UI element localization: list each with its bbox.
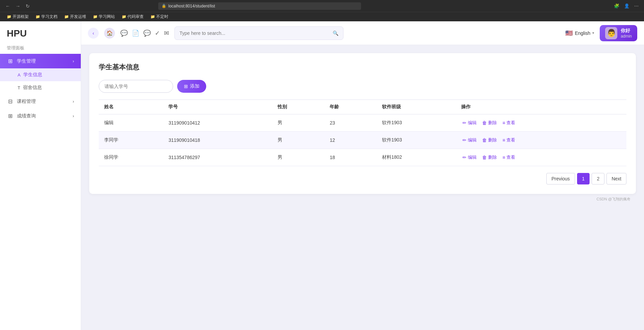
detail-button[interactable]: ≡ 查看 [501,136,517,144]
cell-gender: 男 [272,149,324,166]
sidebar-logo: HPU [0,21,81,42]
folder-icon: 📁 [35,15,40,19]
sidebar: HPU 管理面板 ⊞ 学生管理 › A 学生信息 T 宿舍信息 ⊟ 课程管理 ›… [0,21,81,330]
edit-label: 编辑 [468,137,477,143]
cell-id: 311909010412 [163,114,272,132]
language-label: English [575,30,590,36]
list-icon: ≡ [502,155,505,160]
bookmark-label: 学习网站 [99,14,115,20]
search-input[interactable] [180,30,330,36]
edit-icon: ✏ [462,137,467,143]
delete-button[interactable]: 🗑 删除 [481,119,498,127]
edit-button[interactable]: ✏ 编辑 [461,154,478,161]
cell-id: 311909010418 [163,132,272,149]
bookmark-label: 学习文档 [41,14,57,20]
bookmarks-bar: 📁 开源框架 📁 学习文档 📁 开发运维 📁 学习网站 📁 代码审查 📁 不定时 [0,12,644,21]
edit-icon: ✏ [462,155,467,160]
cell-id: 311354786297 [163,149,272,166]
cell-gender: 男 [272,114,324,132]
folder-icon: 📁 [93,15,98,19]
sidebar-item-label: 学生管理 [17,58,69,64]
bookmark-item[interactable]: 📁 不定时 [148,13,171,20]
page-1-button[interactable]: 1 [577,173,590,184]
sidebar-item-grade-query[interactable]: ⊞ 成绩查询 › [0,109,81,123]
edit-button[interactable]: ✏ 编辑 [461,119,478,127]
page-2-button[interactable]: 2 [592,173,604,184]
profile-button[interactable]: 👤 [623,3,631,9]
chat-icon[interactable]: 💬 [120,29,128,37]
address-bar[interactable]: 🔒 localhost:8014/student/list [158,2,361,10]
bookmark-item[interactable]: 📁 学习网站 [90,13,118,20]
student-management-icon: ⊞ [7,58,14,64]
sidebar-item-label: 课程管理 [17,98,69,105]
bookmark-label: 不定时 [156,14,168,20]
refresh-button[interactable]: ↻ [24,2,31,10]
topbar-search-box[interactable]: 🔍 [174,26,343,40]
edit-button[interactable]: ✏ 编辑 [461,136,478,144]
menu-button[interactable]: ⋯ [633,3,640,9]
browser-chrome: ← → ↻ 🔒 localhost:8014/student/list 🧩 👤 … [0,0,644,12]
extensions-button[interactable]: 🧩 [613,3,621,9]
add-student-button[interactable]: ⊞ 添加 [177,80,206,93]
detail-label: 查看 [506,137,515,143]
user-profile-button[interactable]: 👨 你好 admin [600,25,637,41]
sub-item-label: 宿舍信息 [23,85,42,91]
cell-age: 12 [324,132,376,149]
sidebar-section-label: 管理面板 [0,42,81,54]
sidebar-item-course-management[interactable]: ⊟ 课程管理 › [0,94,81,109]
forward-button[interactable]: → [14,2,22,10]
bookmark-item[interactable]: 📁 学习文档 [33,13,60,20]
chevron-right-icon: › [73,59,74,64]
student-id-search-input[interactable] [99,80,173,93]
add-icon: ⊞ [184,84,188,89]
back-button[interactable]: ← [4,2,11,10]
chevron-right-icon: › [73,99,74,104]
flag-icon: 🇺🇸 [565,29,573,37]
chevron-right-icon: › [73,114,74,118]
folder-icon: 📁 [64,15,69,19]
bookmark-item[interactable]: 📁 代码审查 [119,13,146,20]
table-body: 编辑 311909010412 男 23 软件1903 ✏ 编辑 🗑 删除 ≡ [99,114,626,166]
footer-watermark: CSDN @飞翔的佩奇 [89,194,636,204]
detail-label: 查看 [506,154,515,160]
cell-name: 李同学 [99,132,163,149]
lock-icon: 🔒 [162,4,166,8]
delete-label: 删除 [488,120,497,126]
chat2-icon[interactable]: 💬 [143,29,151,37]
folder-icon: 📁 [122,15,126,19]
document-icon[interactable]: 📄 [132,29,139,37]
trash-icon: 🗑 [482,120,487,126]
action-buttons: ✏ 编辑 🗑 删除 ≡ 查看 [461,136,621,144]
bookmark-item[interactable]: 📁 开发运维 [62,13,89,20]
chevron-down-icon: ▾ [592,31,594,35]
page-title: 学生基本信息 [99,63,626,72]
next-button[interactable]: Next [606,173,626,184]
avatar: 👨 [605,27,617,39]
bookmark-item[interactable]: 📁 开源框架 [4,13,31,20]
bookmark-label: 开发运维 [70,14,86,20]
cell-actions: ✏ 编辑 🗑 删除 ≡ 查看 [456,114,626,132]
col-header-class: 软件班级 [377,100,456,114]
sidebar-collapse-button[interactable]: ‹ [88,28,99,39]
detail-button[interactable]: ≡ 查看 [501,119,517,127]
text-icon: A [18,72,21,78]
detail-button[interactable]: ≡ 查看 [501,154,517,161]
username-text: admin [621,34,632,39]
checkmark-icon[interactable]: ✓ [155,29,160,37]
sidebar-sub-item-dorm[interactable]: T 宿舍信息 [0,81,81,94]
home-icon[interactable]: 🏠 [104,28,115,39]
bookmark-label: 开源框架 [13,14,29,20]
cell-age: 18 [324,149,376,166]
delete-button[interactable]: 🗑 删除 [481,136,498,144]
app-layout: HPU 管理面板 ⊞ 学生管理 › A 学生信息 T 宿舍信息 ⊟ 课程管理 ›… [0,21,644,330]
table-row: 编辑 311909010412 男 23 软件1903 ✏ 编辑 🗑 删除 ≡ [99,114,626,132]
delete-button[interactable]: 🗑 删除 [481,154,498,161]
language-selector[interactable]: 🇺🇸 English ▾ [565,29,594,37]
previous-button[interactable]: Previous [546,173,575,184]
sidebar-sub-item-student-info[interactable]: A 学生信息 [0,68,81,81]
url-text: localhost:8014/student/list [168,4,215,8]
mail-icon[interactable]: ✉ [164,29,169,37]
cell-name: 编辑 [99,114,163,132]
delete-label: 删除 [488,137,497,143]
sidebar-item-student-management[interactable]: ⊞ 学生管理 › [0,54,81,68]
